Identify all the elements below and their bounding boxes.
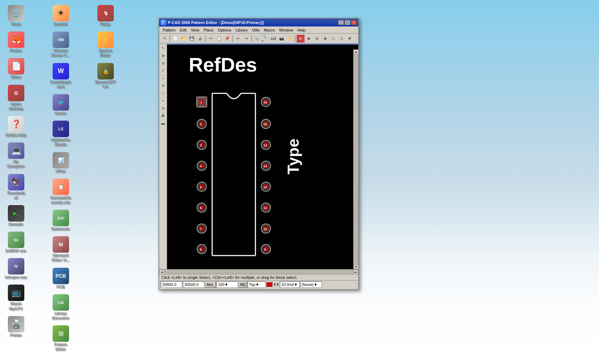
desktop-icon-thunderbird[interactable]: 🦅 Thunderbi rd (4, 173, 29, 202)
menu-place[interactable]: Place (201, 26, 216, 33)
toolbar-print[interactable]: 🖨 (196, 35, 204, 43)
close-button[interactable]: ✕ (351, 20, 357, 25)
toolbar-123[interactable]: 123 (269, 35, 277, 43)
desktop-icons-area: 🗑️ Trash 🦊 Firefox 📄 Office O opera desk… (0, 0, 140, 364)
lt-zoomout[interactable]: ⊖ (160, 59, 167, 67)
toolbar-layer7[interactable]: ◩ (346, 35, 354, 43)
desktop-icon-symboleditor[interactable]: ⚡ Symbol Editor (93, 30, 118, 59)
toolbar-layer6[interactable]: ◫ (338, 35, 346, 43)
desktop-icon-lightscribe[interactable]: LS Lightscribe Simple (48, 119, 73, 149)
lt-cross[interactable]: ✕ (160, 82, 167, 89)
scroll-track-v[interactable] (354, 54, 358, 264)
icon-label-office: Office (11, 75, 21, 80)
toolbar-open[interactable]: 📂 (180, 35, 188, 43)
svg-text:7: 7 (200, 227, 202, 231)
coord-layer-dropdown[interactable]: Top ▼ (248, 281, 266, 288)
toolbar-cut[interactable]: ✂ (207, 35, 215, 43)
scroll-down-button[interactable]: ▼ (354, 264, 358, 269)
desktop-icon-schematic[interactable]: Sch Schematic (48, 208, 73, 233)
menu-pattern[interactable]: Pattern (161, 26, 177, 33)
toolbar-paste[interactable]: 📌 (223, 35, 231, 43)
icon-label-schematic: Schematic (52, 227, 70, 232)
restore-button[interactable]: □ (345, 20, 350, 25)
icon-label-sunbird: Sunbird (54, 22, 68, 27)
desktop-icon-opera[interactable]: O opera desktop (4, 83, 29, 113)
toolbar-lightning[interactable]: ⚡ (286, 35, 294, 43)
lt-line[interactable]: / (160, 67, 167, 74)
desktop-icon-firefox[interactable]: 🦊 Firefox (4, 30, 29, 55)
lt-zoom[interactable]: ⊕ (160, 52, 167, 59)
menu-help[interactable]: Help (295, 26, 308, 33)
desktop-icon-codewright[interactable]: W CodeWright v6.0 (48, 62, 73, 91)
desktop-icon-pattern[interactable]: ⊞ Pattern Editor (48, 324, 73, 353)
lt-text[interactable]: A (160, 112, 167, 119)
desktop-icon-iviewpro[interactable]: IV iviewpro exe (4, 257, 29, 281)
coord-abs[interactable]: Abs (205, 281, 216, 288)
lt-no[interactable]: ⊘ (160, 105, 167, 112)
desktop-icon-comcast[interactable]: 📋 ComcastCh annels.ods (48, 177, 73, 207)
scrollbar-vertical[interactable]: ▲ ▼ (353, 49, 358, 269)
toolbar-zoomin[interactable]: 🔍+ (261, 35, 269, 43)
toolbar-undo[interactable]: ↩ (234, 35, 242, 43)
net-dropdown[interactable]: (None) ▼ (300, 281, 322, 288)
toolbar-copy[interactable]: 📋 (215, 35, 223, 43)
svg-text:2: 2 (200, 122, 202, 126)
toolbar-layer2[interactable]: ▦ (305, 35, 313, 43)
menu-library[interactable]: Library (234, 26, 250, 33)
menu-bar: Pattern Edit View Place Options Library … (159, 26, 358, 34)
title-bar-left: P P-CAD 2006 Pattern Editor - [Demo[DIP1… (161, 20, 264, 25)
toolbar-layer1[interactable]: ▤ (297, 35, 305, 43)
desktop-icon-printer[interactable]: 🖨️ Printer (4, 315, 29, 339)
scroll-up-button[interactable]: ▲ (354, 49, 358, 54)
lt-rect[interactable]: □ (160, 89, 167, 97)
desktop-icon-trash[interactable]: 🗑️ Trash (4, 4, 29, 28)
menu-utils[interactable]: Utils (250, 26, 262, 33)
toolbar-cam[interactable]: 📷 (278, 35, 286, 43)
toolbar-cursor[interactable]: ↖ (161, 35, 169, 43)
desktop-icon-bs9532[interactable]: bs bs9532 exe (4, 230, 29, 255)
menu-options[interactable]: Options (216, 26, 234, 33)
status-message: Click <Left> to single Select, <Ctrl><Le… (159, 275, 358, 281)
desktop-icon-kplot[interactable]: 📊 KPlot (48, 151, 73, 175)
scroll-right-button[interactable]: ► (353, 270, 358, 275)
lt-measure[interactable]: ↔ (160, 74, 167, 82)
toolbar-layer4[interactable]: ▣ (321, 35, 329, 43)
codewright-icon: W (53, 63, 69, 79)
toolbar-layer3[interactable]: ▥ (313, 35, 321, 43)
desktop-icon-office[interactable]: 📄 Office (4, 57, 29, 81)
desktop-icon-sunbird[interactable]: ☀ Sunbird (48, 4, 73, 28)
lt-extra[interactable]: ▬ (160, 120, 167, 127)
menu-edit[interactable]: Edit (177, 26, 189, 33)
desktop-icon-onlinehelp[interactable]: ❓ Online Help (4, 115, 29, 139)
desktop-icon-relay[interactable]: ↯ Relay (93, 4, 118, 28)
menu-window[interactable]: Window (277, 26, 295, 33)
scroll-track-h[interactable] (164, 270, 353, 274)
toolbar-sep1 (170, 35, 170, 42)
desktop-icon-vmware[interactable]: VM VMware Server C... (48, 30, 73, 59)
desktop-icon-libexec[interactable]: Lib Library Executive (48, 293, 73, 322)
menu-view[interactable]: View (189, 26, 201, 33)
minimize-button[interactable]: _ (338, 20, 344, 25)
svg-text:15: 15 (263, 122, 267, 126)
icon-label-mycomputer: My Computer (5, 160, 27, 169)
desktop-icon-mycomputer[interactable]: 💻 My Computer (4, 141, 29, 170)
canvas-area[interactable]: Demo[DIP16:Primary] _ □ ✕ (167, 44, 358, 269)
desktop-icon-kooka[interactable]: 🐦 Kooka (48, 93, 73, 117)
scroll-left-button[interactable]: ◄ (159, 270, 164, 275)
lt-select[interactable]: ↖ (160, 44, 167, 52)
toolbar-save[interactable]: 💾 (188, 35, 196, 43)
toolbar-zoomout[interactable]: 🔍- (253, 35, 261, 43)
desktop-icon-pcb[interactable]: PCB PCB (48, 266, 73, 291)
toolbar-layer5[interactable]: ▢ (330, 35, 337, 43)
desktop-icon-konsole[interactable]: ▶_ Konsole (4, 204, 29, 228)
toolbar-new[interactable]: 📄 (171, 35, 179, 43)
menu-macro[interactable]: Macro (262, 26, 277, 33)
toolbar-redo[interactable]: ↪ (242, 35, 250, 43)
lt-plus[interactable]: + (160, 97, 167, 104)
desktop-icon-securecrt[interactable]: 🔒 SecureCRT 4.0 (93, 62, 118, 91)
scrollbar-horizontal[interactable]: ◄ ► (159, 269, 358, 274)
icon-label-kplot: KPlot (56, 169, 65, 174)
desktop-icon-watchtv[interactable]: 📺 Watch MythTV (4, 283, 29, 312)
grid-dropdown[interactable]: 10.0mil ▼ (280, 281, 300, 288)
desktop-icon-msofficevi[interactable]: M Microsoft Office Vi... (48, 235, 73, 264)
